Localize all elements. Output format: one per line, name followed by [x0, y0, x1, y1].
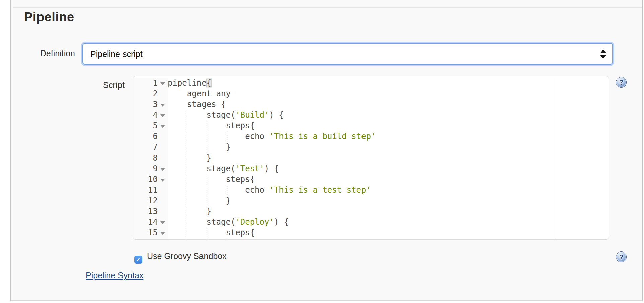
code-token: }: [168, 207, 211, 216]
gutter-line: 8: [133, 153, 168, 163]
code-line[interactable]: stage('Deploy') {: [168, 217, 609, 227]
line-number: 7: [133, 142, 158, 153]
code-token: }: [168, 142, 231, 152]
code-string-token: 'This is a build step': [269, 132, 376, 141]
editor-gutter: 12345678910111213141516: [133, 78, 168, 240]
code-line[interactable]: echo 'This is a test step': [168, 185, 609, 195]
indent-guide: [207, 227, 207, 238]
indent-guide: [207, 174, 207, 185]
code-line[interactable]: echo 'This is a build step': [168, 131, 609, 142]
code-token: ) {: [274, 217, 289, 227]
help-icon-sandbox[interactable]: ?: [616, 252, 626, 262]
indent-guide: [187, 174, 187, 185]
fold-toggle-icon[interactable]: [160, 179, 165, 182]
page-title: Pipeline: [24, 10, 74, 24]
groovy-sandbox-label: Use Groovy Sandbox: [147, 251, 227, 261]
indent-guide: [187, 195, 187, 206]
line-number: 6: [133, 131, 158, 142]
fold-toggle-icon[interactable]: [160, 168, 165, 171]
pipeline-syntax-link[interactable]: Pipeline Syntax: [86, 271, 143, 280]
code-token: stages {: [168, 100, 226, 109]
code-token: ) {: [269, 110, 284, 120]
fold-toggle-icon[interactable]: [160, 125, 165, 128]
code-line[interactable]: steps{: [168, 174, 609, 185]
fold-toggle-icon[interactable]: [160, 114, 165, 117]
code-line[interactable]: }: [168, 142, 609, 153]
gutter-line: 10: [133, 174, 168, 185]
code-line[interactable]: steps{: [168, 227, 609, 238]
gutter-line: 7: [133, 142, 168, 153]
code-token: }: [168, 153, 211, 163]
line-number: 5: [133, 120, 158, 131]
jenkins-pipeline-config-page: Pipeline Definition Pipeline script Scri…: [0, 0, 644, 303]
line-number: 10: [133, 174, 158, 185]
code-token: echo: [168, 132, 269, 141]
indent-guide: [187, 206, 187, 217]
code-token: pipeline: [168, 78, 207, 88]
line-number: 15: [133, 227, 158, 238]
code-line[interactable]: steps{: [168, 120, 609, 131]
indent-guide: [226, 131, 226, 142]
groovy-sandbox-checkbox[interactable]: ✓: [134, 256, 142, 264]
indent-guide: [187, 238, 187, 240]
section-divider-top: [13, 7, 642, 8]
line-number: 2: [133, 88, 158, 99]
gutter-line: 4: [133, 110, 168, 120]
section-divider-bottom: [11, 300, 642, 301]
indent-guide: [187, 217, 187, 227]
code-string-token: 'This is a test step': [269, 185, 371, 195]
code-line[interactable]: }: [168, 206, 609, 217]
indent-guide: [207, 238, 207, 240]
line-number: 4: [133, 110, 158, 120]
matched-bracket-token: {: [207, 78, 211, 88]
fold-toggle-icon[interactable]: [160, 104, 165, 107]
fold-toggle-icon[interactable]: [160, 82, 165, 85]
indent-guide: [207, 185, 207, 195]
code-token: ) {: [264, 164, 279, 173]
code-token: steps{: [168, 228, 255, 237]
code-token: steps{: [168, 175, 255, 184]
help-icon-script[interactable]: ?: [616, 77, 626, 87]
line-number: 11: [133, 185, 158, 195]
indent-guide: [187, 227, 187, 238]
code-token: echo: [168, 185, 269, 195]
code-line[interactable]: agent any: [168, 88, 609, 99]
left-border: [10, 0, 11, 301]
code-line[interactable]: pipeline{: [168, 78, 609, 88]
gutter-line: 9: [133, 163, 168, 174]
definition-select[interactable]: Pipeline script: [82, 43, 613, 65]
select-arrows-icon: [600, 49, 606, 59]
line-number: 12: [133, 195, 158, 206]
code-line[interactable]: stages {: [168, 99, 609, 110]
indent-guide: [226, 238, 226, 240]
arrow-up-icon: [600, 49, 606, 53]
line-number: 14: [133, 217, 158, 227]
code-string-token: 'Deploy': [235, 217, 274, 227]
code-token: stage(: [168, 110, 235, 120]
line-number: 8: [133, 153, 158, 163]
code-string-token: 'This is a deploy step': [269, 239, 380, 240]
definition-label: Definition: [13, 48, 75, 58]
code-token: }: [168, 196, 231, 205]
indent-guide: [187, 142, 187, 153]
code-line[interactable]: stage('Test') {: [168, 163, 609, 174]
script-code-editor[interactable]: 12345678910111213141516 pipeline{ agent …: [133, 76, 609, 240]
definition-selected-value: Pipeline script: [83, 49, 600, 59]
code-line[interactable]: stage('Build') {: [168, 110, 609, 120]
code-line[interactable]: }: [168, 153, 609, 163]
gutter-line: 11: [133, 185, 168, 195]
indent-guide: [207, 120, 207, 131]
fold-toggle-icon[interactable]: [160, 221, 165, 224]
indent-guide: [187, 153, 187, 163]
fold-toggle-icon[interactable]: [160, 232, 165, 235]
gutter-line: 13: [133, 206, 168, 217]
code-line[interactable]: echo 'This is a deploy step': [168, 238, 609, 240]
arrow-down-icon: [600, 55, 606, 59]
indent-guide: [187, 131, 187, 142]
indent-guide: [207, 131, 207, 142]
code-line[interactable]: }: [168, 195, 609, 206]
gutter-line: 5: [133, 120, 168, 131]
code-token: agent any: [168, 89, 231, 98]
gutter-line: 16: [133, 238, 168, 240]
editor-code-pane[interactable]: pipeline{ agent any stages { stage('Buil…: [168, 78, 609, 240]
